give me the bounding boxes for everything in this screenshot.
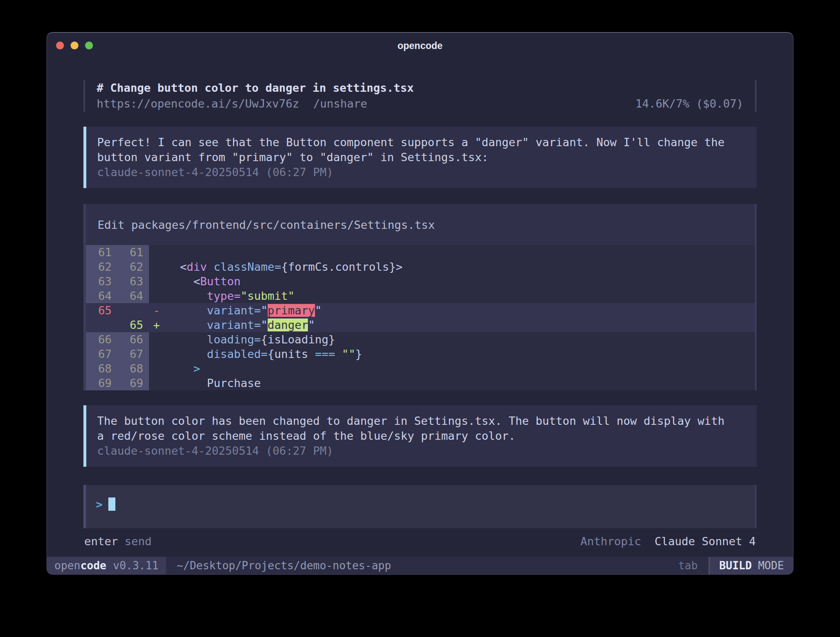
send-action-hint: send: [125, 534, 151, 549]
line-number-old: 65: [86, 303, 117, 318]
window-titlebar[interactable]: opencode: [47, 32, 793, 61]
window-title: opencode: [47, 32, 793, 61]
line-number-new: 69: [117, 376, 149, 390]
edit-tool-header: Edit packages/frontend/src/containers/Se…: [86, 204, 755, 245]
diff-row: 63 63 <Button: [86, 274, 755, 289]
diff-code-line: <Button: [166, 274, 755, 289]
app-version-chip: opencode v0.3.11: [47, 557, 166, 574]
line-number-new: 61: [117, 245, 149, 260]
status-bar: opencode v0.3.11 ~/Desktop/Projects/demo…: [47, 557, 793, 574]
diff-code-line: >: [166, 361, 755, 376]
line-number-old: [86, 318, 117, 332]
line-number-new: 66: [117, 332, 149, 347]
working-directory: ~/Desktop/Projects/demo-notes-app: [177, 559, 391, 572]
line-number-old: 68: [86, 361, 117, 376]
diff-code-line: type="submit": [166, 289, 755, 303]
app-name-open: open: [54, 559, 81, 572]
line-number-new: 67: [117, 347, 149, 361]
diff-row: 69 69 Purchase: [86, 376, 755, 390]
model-name: Claude Sonnet 4: [654, 535, 756, 548]
diff-row: 62 62 <div className={formCs.controls}>: [86, 260, 755, 274]
diff-view: 61 61 62 62 <div className={formCs.contr…: [86, 245, 755, 390]
mode-label-rest: MODE: [758, 559, 784, 572]
diff-code-line: [166, 245, 755, 260]
app-version: v0.3.11: [113, 559, 159, 572]
diff-marker: +: [149, 318, 166, 332]
message-text-line: button variant from "primary" to "danger…: [97, 150, 745, 165]
diff-code-line: variant="primary": [166, 303, 755, 318]
assistant-message: The button color has been changed to dan…: [83, 405, 757, 467]
chat-scroll-area[interactable]: # Change button color to danger in setti…: [47, 61, 793, 557]
line-number-old: 67: [86, 347, 117, 361]
line-number-new: 64: [117, 289, 149, 303]
diff-code-line: <div className={formCs.controls}>: [166, 260, 755, 274]
prompt-symbol: >: [96, 498, 103, 511]
diff-code-line: loading={isLoading}: [166, 332, 755, 347]
build-mode-chip[interactable]: BUILD MODE: [708, 557, 793, 574]
diff-marker: [149, 376, 166, 390]
line-number-old: 64: [86, 289, 117, 303]
diff-row-added: 65 + variant="danger": [86, 318, 755, 332]
line-number-new: 65: [117, 318, 149, 332]
share-url: https://opencode.ai/s/UwJxv76z: [97, 96, 299, 112]
line-number-new: 62: [117, 260, 149, 274]
message-text-line: The button color has been changed to dan…: [97, 414, 745, 429]
line-number-new: 68: [117, 361, 149, 376]
model-indicator: Anthropic Claude Sonnet 4: [581, 534, 756, 549]
unshare-command: /unshare: [313, 96, 367, 112]
edit-tool-card: Edit packages/frontend/src/containers/Se…: [83, 204, 757, 390]
mode-label-bold: BUILD: [719, 559, 752, 572]
diff-row: 67 67 disabled={units === ""}: [86, 347, 755, 361]
enter-key-hint: enter: [84, 534, 118, 549]
diff-marker: -: [149, 303, 166, 318]
message-model-timestamp: claude-sonnet-4-20250514 (06:27 PM): [97, 165, 745, 180]
line-number-old: 63: [86, 274, 117, 289]
line-number-old: 69: [86, 376, 117, 390]
message-text-line: Perfect! I can see that the Button compo…: [97, 135, 745, 150]
diff-marker: [149, 260, 166, 274]
diff-code-line: Purchase: [166, 376, 755, 390]
prompt-input[interactable]: >: [83, 485, 757, 528]
hints-row: enter send Anthropic Claude Sonnet 4: [83, 534, 757, 549]
diff-marker: [149, 347, 166, 361]
opencode-window: opencode # Change button color to danger…: [46, 32, 794, 575]
text-cursor: [108, 497, 115, 511]
line-number-old: 62: [86, 260, 117, 274]
diff-code-line: variant="danger": [166, 318, 755, 332]
session-title: # Change button color to danger in setti…: [97, 80, 743, 96]
session-header: # Change button color to danger in setti…: [83, 80, 757, 112]
line-number-new: 63: [117, 274, 149, 289]
diff-marker: [149, 361, 166, 376]
model-provider: Anthropic: [581, 535, 641, 548]
message-model-timestamp: claude-sonnet-4-20250514 (06:27 PM): [97, 443, 745, 458]
diff-marker: [149, 245, 166, 260]
line-number-new: [117, 303, 149, 318]
message-text-line: a red/rose color scheme instead of the b…: [97, 429, 745, 443]
diff-row-removed: 65 - variant="primary": [86, 303, 755, 318]
diff-row: 66 66 loading={isLoading}: [86, 332, 755, 347]
diff-code-line: disabled={units === ""}: [166, 347, 755, 361]
tab-key-hint: tab: [678, 559, 698, 572]
app-name-code: code: [81, 559, 107, 572]
diff-row: 68 68 >: [86, 361, 755, 376]
line-number-old: 66: [86, 332, 117, 347]
assistant-message: Perfect! I can see that the Button compo…: [83, 127, 757, 188]
diff-marker: [149, 274, 166, 289]
diff-marker: [149, 332, 166, 347]
diff-row: 64 64 type="submit": [86, 289, 755, 303]
token-cost-stats: 14.6K/7% ($0.07): [635, 96, 743, 112]
line-number-old: 61: [86, 245, 117, 260]
diff-marker: [149, 289, 166, 303]
diff-row: 61 61: [86, 245, 755, 260]
